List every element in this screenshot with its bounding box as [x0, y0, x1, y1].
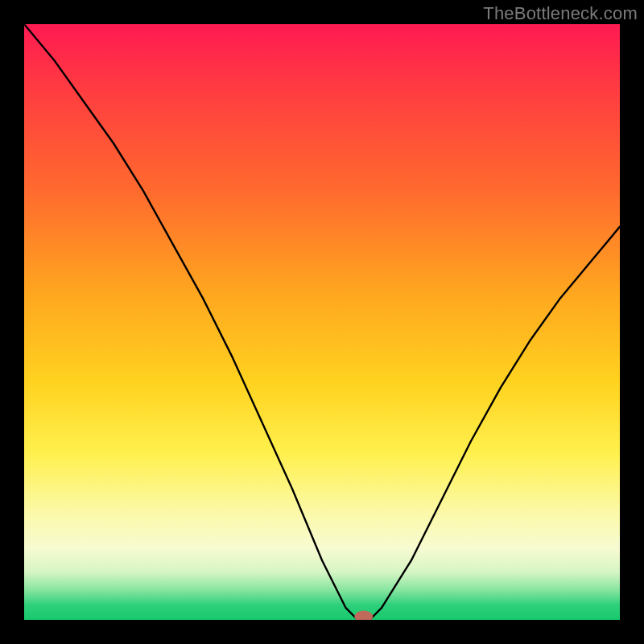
plot-area: [24, 24, 620, 620]
bottleneck-curve: [24, 24, 620, 620]
chart-svg: [24, 24, 620, 620]
attribution-label: TheBottleneck.com: [483, 3, 638, 24]
chart-frame: TheBottleneck.com: [0, 0, 644, 644]
optimum-marker: [355, 611, 373, 620]
